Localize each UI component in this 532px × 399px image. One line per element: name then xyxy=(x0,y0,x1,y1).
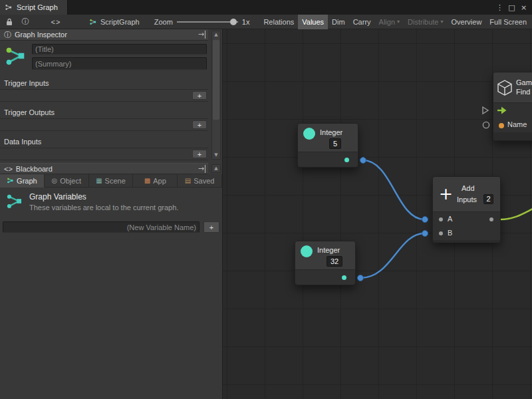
tab-graph[interactable]: Graph xyxy=(0,174,45,188)
toolbar-toggles: Relations Values Dim Carry Align▾ Distri… xyxy=(259,15,531,29)
add-variable-button[interactable]: + xyxy=(203,221,219,233)
lock-button[interactable] xyxy=(1,15,17,29)
tab-saved[interactable]: ▤ Saved xyxy=(178,174,222,188)
output-port[interactable] xyxy=(344,158,349,162)
blackboard-header: <> Blackboard → xyxy=(0,163,208,174)
code-preview-button[interactable]: <> xyxy=(36,15,76,29)
dock-icon[interactable]: → xyxy=(198,165,205,173)
script-graph-icon xyxy=(89,18,97,26)
node-title: Integer xyxy=(317,246,340,254)
node-add[interactable]: + Add Inputs 2 A B xyxy=(432,176,501,243)
blackboard-scrollbar[interactable]: ▲ xyxy=(211,164,221,173)
graph-variables-section: Graph Variables These variables are loca… xyxy=(0,188,222,217)
scrollbar-thumb[interactable] xyxy=(213,40,219,120)
graph-inspector-header: ⓘ Graph Inspector → xyxy=(0,29,208,41)
connected-port-dot xyxy=(422,231,428,237)
zoom-label: Zoom xyxy=(154,18,173,26)
values-button[interactable]: Values xyxy=(298,15,328,29)
gameobject-cube-icon xyxy=(497,79,513,96)
info-icon: ⓘ xyxy=(4,30,11,40)
value-input-port-icon[interactable] xyxy=(482,121,490,129)
integer-type-icon xyxy=(301,245,313,257)
integer-type-icon xyxy=(303,128,315,140)
scroll-up-icon[interactable]: ▲ xyxy=(212,31,220,39)
input-port-b[interactable] xyxy=(439,231,443,235)
align-button[interactable]: Align▾ xyxy=(375,15,404,29)
string-input-port[interactable] xyxy=(499,123,504,128)
trigger-outputs-list: + xyxy=(0,119,208,131)
trigger-inputs-label: Trigger Inputs xyxy=(0,78,208,90)
zoom-slider-track xyxy=(177,21,238,23)
add-trigger-input-button[interactable]: + xyxy=(192,91,207,100)
output-port[interactable] xyxy=(342,275,346,280)
tab-scene[interactable]: ▦ Scene xyxy=(89,174,134,188)
saved-tab-icon: ▤ xyxy=(185,177,191,184)
new-variable-input[interactable] xyxy=(3,221,200,233)
scroll-up-icon[interactable]: ▲ xyxy=(212,165,220,172)
dock-icon[interactable]: → xyxy=(198,31,205,39)
data-inputs-label: Data Inputs xyxy=(0,137,208,148)
info-icon: ⓘ xyxy=(22,17,29,27)
window-close-icon[interactable]: × xyxy=(519,3,529,12)
control-port-arrow-icon[interactable] xyxy=(497,106,507,115)
scroll-down-icon[interactable]: ▼ xyxy=(212,152,220,159)
graph-title-input[interactable] xyxy=(32,44,207,55)
graph-icon xyxy=(4,44,27,68)
node-title: Integer xyxy=(320,128,342,136)
graph-name-button[interactable]: ScriptGraph xyxy=(85,15,144,29)
integer-value-field[interactable]: 5 xyxy=(329,138,341,149)
lock-icon xyxy=(6,18,13,26)
graph-canvas[interactable]: Integer 5 Integer 32 xyxy=(223,29,532,399)
chevron-down-icon: ▾ xyxy=(441,19,444,25)
tab-app[interactable]: ▩ App xyxy=(133,174,178,188)
data-inputs-section: Data Inputs + xyxy=(0,137,208,160)
graph-summary-input[interactable] xyxy=(32,57,207,70)
distribute-button[interactable]: Distribute▾ xyxy=(404,15,447,29)
zoom-value: 1x xyxy=(242,18,250,26)
window-tab-script-graph[interactable]: Script Graph xyxy=(0,0,68,15)
graph-variables-desc: These variables are local to the current… xyxy=(29,203,178,211)
scene-tab-icon: ▦ xyxy=(96,177,102,184)
connected-port-dot xyxy=(360,158,366,164)
node-integer-2[interactable]: Integer 32 xyxy=(295,241,356,285)
port-label-b: B xyxy=(448,229,452,237)
app-tab-icon: ▩ xyxy=(144,177,150,184)
graph-variables-icon xyxy=(5,192,23,210)
blackboard-title: Blackboard xyxy=(16,165,53,173)
window-maximize-icon[interactable]: □ xyxy=(507,3,517,12)
window-menu-icon[interactable]: ⋮ xyxy=(495,3,505,12)
graph-inspector-title: Graph Inspector xyxy=(15,31,67,39)
node-integer-1[interactable]: Integer 5 xyxy=(297,123,358,168)
script-graph-window: Script Graph ⋮ □ × ⓘ <> ScriptGraph Zoom… xyxy=(0,0,532,399)
window-tab-title: Script Graph xyxy=(17,3,58,11)
input-port-a[interactable] xyxy=(439,217,443,221)
integer-value-field[interactable]: 32 xyxy=(327,256,342,267)
full-screen-button[interactable]: Full Screen xyxy=(485,15,531,29)
zoom-slider-knob[interactable] xyxy=(230,19,237,25)
output-port[interactable] xyxy=(489,217,493,221)
trigger-inputs-list: + xyxy=(0,90,208,102)
dim-button[interactable]: Dim xyxy=(328,15,349,29)
add-data-input-button[interactable]: + xyxy=(192,150,207,158)
port-label-name: Name xyxy=(507,120,527,128)
node-subtitle: Inputs xyxy=(457,196,477,203)
info-button[interactable]: ⓘ xyxy=(17,15,33,29)
graph-name-label: ScriptGraph xyxy=(100,18,140,26)
node-title: Add xyxy=(462,184,475,192)
carry-button[interactable]: Carry xyxy=(349,15,375,29)
inputs-count-field[interactable]: 2 xyxy=(483,194,493,204)
relations-button[interactable]: Relations xyxy=(259,15,298,29)
chevron-down-icon: ▾ xyxy=(397,19,400,25)
sidebar: ⓘ Graph Inspector → Trigger Inputs + xyxy=(0,29,223,399)
zoom-slider[interactable] xyxy=(177,17,238,27)
control-input-port-icon[interactable] xyxy=(481,105,490,116)
add-trigger-output-button[interactable]: + xyxy=(192,120,207,129)
tab-object[interactable]: ◎ Object xyxy=(45,174,89,188)
node-gameobject-find[interactable]: GameObject Find Name xyxy=(493,72,532,141)
overview-button[interactable]: Overview xyxy=(448,15,486,29)
script-graph-tab-icon xyxy=(5,3,13,11)
name-input-row: Name xyxy=(493,118,532,132)
object-tab-icon: ◎ xyxy=(51,177,57,184)
wire-int1-to-add-a xyxy=(363,160,424,219)
inspector-scrollbar[interactable]: ▲ ▼ xyxy=(211,31,221,160)
